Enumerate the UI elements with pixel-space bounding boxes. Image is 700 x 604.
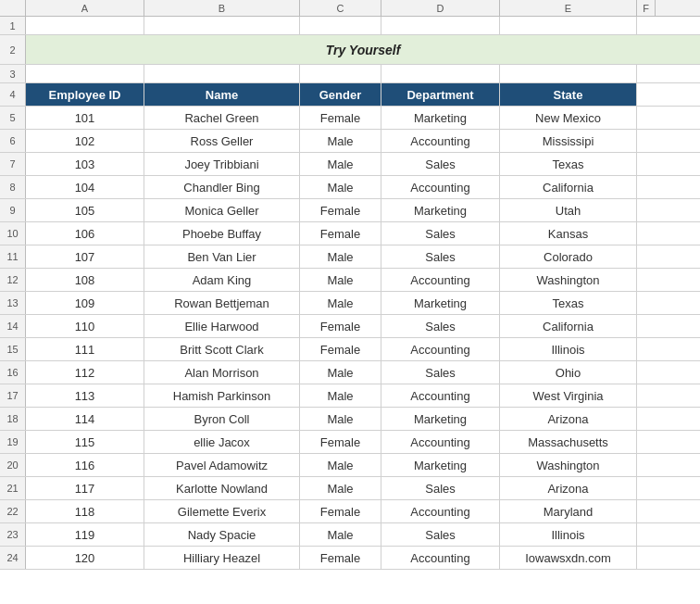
cell-1f[interactable]: [500, 17, 637, 34]
cell-22-name[interactable]: Gilemette Everix: [144, 500, 300, 522]
cell-18-gender[interactable]: Male: [300, 408, 381, 430]
cell-18-name[interactable]: Byron Coll: [144, 408, 300, 430]
cell-23-state[interactable]: Illinois: [500, 523, 637, 546]
cell-13-state[interactable]: Texas: [500, 292, 637, 314]
cell-9-dept[interactable]: Marketing: [381, 199, 500, 221]
cell-19-name[interactable]: ellie Jacox: [144, 431, 300, 453]
cell-12-state[interactable]: Washington: [500, 269, 637, 291]
cell-14-gender[interactable]: Female: [300, 315, 381, 337]
cell-19-id[interactable]: 115: [26, 431, 144, 453]
cell-17-state[interactable]: West Virginia: [500, 384, 637, 407]
cell-20-id[interactable]: 116: [26, 454, 144, 476]
cell-20-dept[interactable]: Marketing: [381, 454, 500, 476]
cell-9-state[interactable]: Utah: [500, 199, 637, 221]
cell-1b[interactable]: [26, 17, 144, 34]
cell-14-name[interactable]: Ellie Harwood: [144, 315, 300, 337]
cell-23-dept[interactable]: Sales: [381, 523, 500, 546]
cell-12-id[interactable]: 108: [26, 269, 144, 291]
cell-1c[interactable]: [144, 17, 300, 34]
cell-11-state[interactable]: Colorado: [500, 245, 637, 268]
cell-23-id[interactable]: 119: [26, 523, 144, 546]
cell-6-id[interactable]: 102: [26, 130, 144, 152]
cell-12-dept[interactable]: Accounting: [381, 269, 500, 291]
cell-22-id[interactable]: 118: [26, 500, 144, 522]
cell-9-id[interactable]: 105: [26, 199, 144, 221]
cell-5-state[interactable]: New Mexico: [500, 107, 637, 129]
cell-8-dept[interactable]: Accounting: [381, 176, 500, 198]
cell-15-state[interactable]: Illinois: [500, 338, 637, 360]
cell-15-name[interactable]: Britt Scott Clark: [144, 338, 300, 360]
cell-18-id[interactable]: 114: [26, 408, 144, 430]
cell-7-state[interactable]: Texas: [500, 153, 637, 175]
cell-11-id[interactable]: 107: [26, 245, 144, 268]
cell-3f[interactable]: [500, 65, 637, 82]
cell-1d[interactable]: [300, 17, 381, 34]
cell-5-name[interactable]: Rachel Green: [144, 107, 300, 129]
cell-21-state[interactable]: Arizona: [500, 477, 637, 499]
cell-10-id[interactable]: 106: [26, 222, 144, 245]
cell-5-gender[interactable]: Female: [300, 107, 381, 129]
cell-5-id[interactable]: 101: [26, 107, 144, 129]
cell-24-dept[interactable]: Accounting: [381, 547, 500, 569]
cell-14-dept[interactable]: Sales: [381, 315, 500, 337]
cell-3d[interactable]: [300, 65, 381, 82]
cell-20-state[interactable]: Washington: [500, 454, 637, 476]
cell-17-dept[interactable]: Accounting: [381, 384, 500, 407]
cell-3b[interactable]: [26, 65, 144, 82]
cell-16-dept[interactable]: Sales: [381, 361, 500, 384]
cell-24-state[interactable]: Iowawsxdn.com: [500, 547, 637, 569]
cell-22-state[interactable]: Maryland: [500, 500, 637, 522]
cell-14-state[interactable]: California: [500, 315, 637, 337]
cell-13-name[interactable]: Rowan Bettjeman: [144, 292, 300, 314]
cell-12-gender[interactable]: Male: [300, 269, 381, 291]
cell-22-gender[interactable]: Female: [300, 500, 381, 522]
cell-6-dept[interactable]: Accounting: [381, 130, 500, 152]
cell-6-name[interactable]: Ross Geller: [144, 130, 300, 152]
cell-1e[interactable]: [381, 17, 500, 34]
cell-21-id[interactable]: 117: [26, 477, 144, 499]
cell-10-gender[interactable]: Female: [300, 222, 381, 245]
cell-21-name[interactable]: Karlotte Nowland: [144, 477, 300, 499]
cell-12-name[interactable]: Adam King: [144, 269, 300, 291]
cell-3e[interactable]: [381, 65, 500, 82]
cell-16-name[interactable]: Alan Morrison: [144, 361, 300, 384]
cell-21-dept[interactable]: Sales: [381, 477, 500, 499]
cell-10-name[interactable]: Phoebe Buffay: [144, 222, 300, 245]
cell-8-name[interactable]: Chandler Bing: [144, 176, 300, 198]
cell-19-gender[interactable]: Female: [300, 431, 381, 453]
cell-13-gender[interactable]: Male: [300, 292, 381, 314]
cell-11-dept[interactable]: Sales: [381, 245, 500, 268]
cell-13-dept[interactable]: Marketing: [381, 292, 500, 314]
cell-9-name[interactable]: Monica Geller: [144, 199, 300, 221]
cell-13-id[interactable]: 109: [26, 292, 144, 314]
cell-7-id[interactable]: 103: [26, 153, 144, 175]
cell-15-dept[interactable]: Accounting: [381, 338, 500, 360]
cell-10-dept[interactable]: Sales: [381, 222, 500, 245]
cell-16-id[interactable]: 112: [26, 361, 144, 384]
cell-24-name[interactable]: Hilliary Heazel: [144, 547, 300, 569]
cell-10-state[interactable]: Kansas: [500, 222, 637, 245]
cell-18-dept[interactable]: Marketing: [381, 408, 500, 430]
cell-6-gender[interactable]: Male: [300, 130, 381, 152]
cell-3c[interactable]: [144, 65, 300, 82]
cell-18-state[interactable]: Arizona: [500, 408, 637, 430]
cell-21-gender[interactable]: Male: [300, 477, 381, 499]
cell-7-name[interactable]: Joey Tribbiani: [144, 153, 300, 175]
cell-17-gender[interactable]: Male: [300, 384, 381, 407]
cell-15-gender[interactable]: Female: [300, 338, 381, 360]
cell-16-gender[interactable]: Male: [300, 361, 381, 384]
cell-8-state[interactable]: California: [500, 176, 637, 198]
cell-20-name[interactable]: Pavel Adamowitz: [144, 454, 300, 476]
cell-15-id[interactable]: 111: [26, 338, 144, 360]
cell-7-gender[interactable]: Male: [300, 153, 381, 175]
cell-6-state[interactable]: Mississipi: [500, 130, 637, 152]
cell-19-state[interactable]: Massachusetts: [500, 431, 637, 453]
cell-24-id[interactable]: 120: [26, 547, 144, 569]
cell-19-dept[interactable]: Accounting: [381, 431, 500, 453]
cell-8-id[interactable]: 104: [26, 176, 144, 198]
cell-8-gender[interactable]: Male: [300, 176, 381, 198]
cell-11-gender[interactable]: Male: [300, 245, 381, 268]
cell-17-id[interactable]: 113: [26, 384, 144, 407]
cell-22-dept[interactable]: Accounting: [381, 500, 500, 522]
cell-16-state[interactable]: Ohio: [500, 361, 637, 384]
